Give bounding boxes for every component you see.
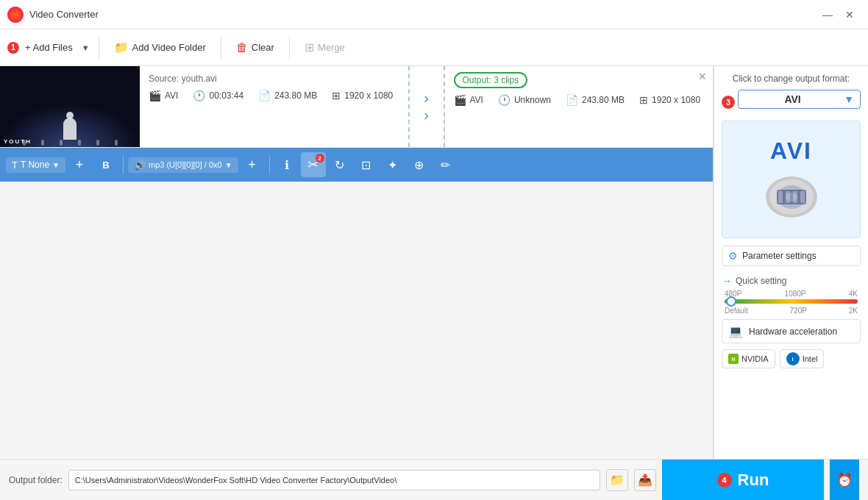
audio-value: mp3 (U[0][0][0] / 0x0 (149, 160, 222, 169)
browse-folder-button[interactable]: 📁 (606, 469, 628, 491)
export-button[interactable]: 📤 (634, 469, 656, 491)
size-meta: 📄 243.80 MB (258, 90, 317, 101)
performer-figure (63, 118, 77, 140)
hw-label: Hardware acceleration (749, 326, 837, 337)
minimize-button[interactable]: — (817, 4, 839, 26)
resolution-value: 1920 x 1080 (344, 90, 393, 101)
svg-rect-6 (786, 191, 790, 203)
arrow-right-icon-2: › (424, 107, 429, 124)
nvidia-badge[interactable]: N NVIDIA (722, 349, 775, 368)
edit-button[interactable]: ✏ (433, 152, 458, 177)
app-title: Video Converter (29, 9, 817, 20)
add-files-dropdown-button[interactable]: ▼ (79, 39, 93, 57)
toolbar: 1 + Add Files ▼ 📁 Add Video Folder 🗑 Cle… (0, 29, 868, 66)
format-dropdown-icon: ▼ (844, 93, 854, 105)
file-meta-left: 🎬 AVI 🕐 00:03:44 📄 243.80 MB ⊞ 1920 x 10… (149, 90, 399, 101)
r-duration-value: Unknown (514, 95, 551, 105)
intel-badge[interactable]: i Intel (780, 349, 825, 368)
close-button[interactable]: ✕ (839, 4, 861, 26)
param-settings-label: Parameter settings (742, 251, 817, 261)
run-button[interactable]: 4 Run (662, 460, 824, 501)
quality-sublabels: Default 720P 2K (725, 307, 858, 315)
badge-3: 3 (722, 96, 735, 109)
label-720p: 720P (790, 307, 807, 315)
toolbar-sep-1 (123, 155, 124, 174)
svg-rect-5 (778, 191, 783, 203)
add-subtitle-button[interactable]: + (67, 152, 92, 177)
hardware-acceleration-button[interactable]: 💻 Hardware acceleration (722, 319, 861, 343)
quality-track[interactable] (725, 299, 858, 304)
file-close-button[interactable]: ✕ (698, 71, 707, 82)
bold-subtitle-button[interactable]: B (93, 152, 118, 177)
svg-rect-8 (800, 191, 805, 203)
badge-4: 4 (717, 473, 732, 488)
parameter-settings-button[interactable]: ⚙ Parameter settings (722, 246, 861, 266)
rotate-button[interactable]: ↻ (327, 152, 352, 177)
output-path-input[interactable] (68, 470, 600, 490)
gpu-badges: N NVIDIA i Intel (722, 349, 861, 368)
svg-rect-7 (793, 191, 797, 203)
quality-thumb[interactable] (726, 296, 736, 307)
output-badge: Output: 3 clips (454, 72, 528, 88)
arrow-right-icon: › (424, 90, 429, 107)
watermark-button[interactable]: ⊕ (407, 152, 432, 177)
intel-label: Intel (803, 354, 818, 363)
edit-toolbar: T T None ▼ + B 🔊 mp3 (U[0][0][0] / 0x0 ▼… (0, 148, 713, 182)
resolution-meta: ⊞ 1920 x 1080 (332, 90, 393, 101)
badge-1: 1 (7, 42, 19, 54)
add-video-folder-button[interactable]: 📁 Add Video Folder (105, 36, 215, 59)
merge-button[interactable]: ⊞ Merge (296, 36, 354, 59)
toolbar-sep-2 (269, 155, 270, 174)
subtitle-icon: T (12, 160, 18, 171)
audio-selector[interactable]: 🔊 mp3 (U[0][0][0] / 0x0 ▼ (128, 157, 238, 173)
size-icon: 📄 (258, 90, 271, 101)
youth-label: YOUTH (4, 138, 32, 145)
quality-slider-wrap: 480P 1080P 4K Default 720P 2K (722, 290, 861, 315)
audio-icon: 🔊 (134, 160, 146, 171)
audio-chevron-icon: ▼ (225, 161, 232, 169)
toolbar-separator-1 (99, 37, 99, 59)
app-icon (7, 7, 24, 23)
cut-button[interactable]: ✂ 2 (301, 152, 326, 177)
add-files-button[interactable]: + Add Files (19, 38, 79, 57)
file-info-right: Output: 3 clips ✕ 🎬 AVI 🕐 Unknown 📄 243.… (445, 66, 714, 147)
crop-button[interactable]: ⊡ (354, 152, 379, 177)
add-files-group: 1 + Add Files ▼ (7, 38, 93, 57)
title-bar: Video Converter — ✕ (0, 0, 868, 29)
format-meta: 🎬 AVI (149, 90, 178, 101)
quick-setting-label: Quick setting (736, 276, 786, 286)
subtitle-value: T None (21, 160, 49, 170)
label-4k: 4K (849, 290, 858, 298)
left-panel: YOUTH Source: youth.avi 🎬 AVI 🕐 00:03:44 (0, 66, 714, 459)
file-meta-right: 🎬 AVI 🕐 Unknown 📄 243.80 MB ⊞ 1920 x 108… (454, 94, 705, 106)
duration-value: 00:03:44 (209, 90, 243, 101)
size-value: 243.80 MB (274, 90, 317, 101)
file-item: YOUTH Source: youth.avi 🎬 AVI 🕐 00:03:44 (0, 66, 713, 148)
info-button[interactable]: ℹ (274, 152, 299, 177)
r-format-icon: 🎬 (454, 94, 466, 106)
r-format-value: AVI (470, 95, 483, 105)
format-value: AVI (165, 90, 178, 101)
run-label: Run (738, 471, 769, 490)
effects-button[interactable]: ✦ (380, 152, 405, 177)
alarm-button[interactable]: ⏰ (830, 460, 859, 501)
merge-icon: ⊞ (305, 40, 314, 54)
add-video-folder-label: Add Video Folder (132, 42, 206, 53)
label-2k: 2K (849, 307, 858, 315)
nvidia-label: NVIDIA (741, 354, 769, 363)
add-audio-button[interactable]: + (240, 152, 265, 177)
right-panel: Click to change output format: 3 AVI ▼ A… (714, 66, 868, 459)
output-folder-label: Output folder: (9, 475, 63, 485)
label-1080p: 1080P (785, 290, 806, 298)
subtitle-selector[interactable]: T T None ▼ (6, 157, 65, 173)
clear-button[interactable]: 🗑 Clear (227, 37, 283, 59)
format-preview: AVI (722, 121, 861, 238)
format-change-label: Click to change output format: (722, 74, 861, 84)
r-resolution-meta: ⊞ 1920 x 1080 (639, 94, 700, 106)
duration-meta: 🕐 00:03:44 (193, 90, 243, 101)
alarm-icon: ⏰ (836, 472, 853, 488)
format-selector[interactable]: AVI ▼ (738, 90, 861, 109)
source-label: Source: (149, 74, 179, 84)
nvidia-icon: N (728, 354, 739, 364)
format-icon: 🎬 (149, 90, 161, 101)
